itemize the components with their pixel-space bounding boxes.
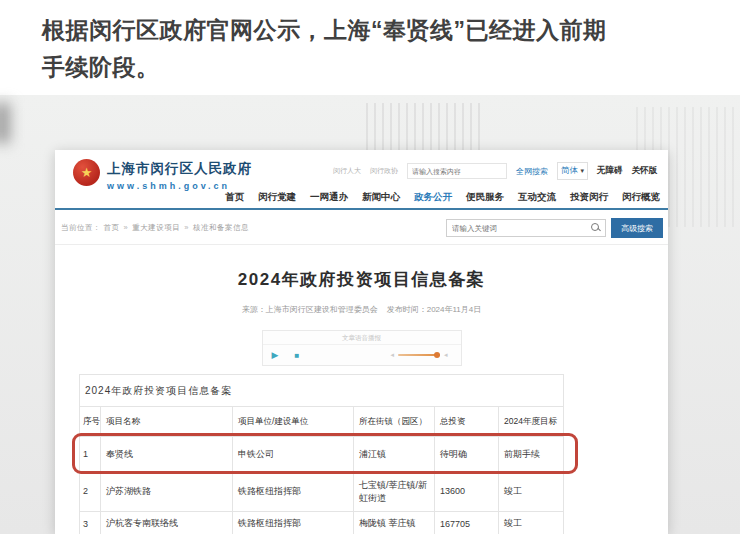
keyword-search-box [446,219,606,237]
column-header-6: 2024年度目标 [499,407,564,437]
cell: 七宝镇/莘庄镇/新虹街道 [354,472,435,512]
breadcrumb-separator: » [124,223,129,232]
caption-line-1: 根据闵行区政府官网公示，上海“奉贤线”已经进入前期 [42,12,700,49]
main-nav: 首页闵行党建一网通办新闻中心政务公开便民服务互动交流投资闵行闵行概览 [225,191,660,204]
header-utility-bar: 闵行人大 闵行政协 全网搜索 简体 ▾ 无障碍 关怀版 [333,162,657,180]
cell: 竣工 [499,472,564,512]
page-title: 2024年政府投资项目信息备案 [55,268,668,291]
nav-item-6[interactable]: 便民服务 [466,191,504,204]
cell: 浦江镇 [354,437,435,472]
nav-item-8[interactable]: 投资闵行 [570,191,608,204]
decorative-shadow [0,103,10,143]
nav-item-5[interactable]: 政务公开 [414,191,452,204]
cell: 1 [80,437,101,472]
article-meta: 来源：上海市闵行区建设和管理委员会 发布时间：2024年11月4日 [55,304,668,315]
article-body: 2024年政府投资项目信息备案 来源：上海市闵行区建设和管理委员会 发布时间：2… [55,245,668,534]
stop-icon[interactable]: ■ [294,351,299,360]
site-search-input[interactable] [408,168,502,175]
volume-slider-knob[interactable] [434,352,440,358]
care-version-link[interactable]: 关怀版 [631,165,657,177]
cell: 待明确 [435,437,499,472]
accessibility-link[interactable]: 无障碍 [597,165,623,177]
cell: 奉贤线 [101,437,233,472]
audio-player: 文章语音播报 ▶ ■ ◂ ◂ [262,330,462,366]
cell: 167705 [435,512,499,534]
play-icon[interactable]: ▶ [272,350,279,360]
breadcrumb-item-2[interactable]: 重大建设项目 [132,223,180,232]
caption-line-2: 手续阶段。 [42,49,700,86]
cell: 2 [80,472,101,512]
top-link-renda[interactable]: 闵行人大 [333,166,361,176]
audio-player-controls: ▶ ■ ◂ ◂ [263,345,461,365]
screenshot-region: ★ 上海市闵行区人民政府 www.shmh.gov.cn 闵行人大 闵行政协 全… [0,95,740,534]
volume-down-icon[interactable]: ◂ [390,351,394,359]
cell: 沪杭客专南联络线 [101,512,233,534]
volume-icon[interactable]: ◂ [444,351,448,359]
volume-slider[interactable] [398,354,440,356]
table-row-3: 3沪杭客专南联络线铁路枢纽指挥部梅陇镇 莘庄镇167705竣工 [80,512,564,534]
breadcrumb-separator: » [184,223,189,232]
column-header-3: 项目单位/建设单位 [233,407,354,437]
column-header-5: 总投资 [435,407,499,437]
cell: 前期手续 [499,437,564,472]
site-url: www.shmh.gov.cn [107,181,252,191]
table-row-2: 2沪苏湖铁路铁路枢纽指挥部七宝镇/莘庄镇/新虹街道13600竣工 [80,472,564,512]
table-caption: 2024年政府投资项目信息备案 [80,375,564,407]
national-emblem-icon: ★ [73,159,100,186]
article-caption: 根据闵行区政府官网公示，上海“奉贤线”已经进入前期 手续阶段。 [0,0,740,86]
projects-table-wrap: 2024年政府投资项目信息备案序号项目名称项目单位/建设单位所在街镇（园区）总投… [79,374,563,534]
advanced-search-button[interactable]: 高级搜索 [611,218,663,238]
language-label: 简体 [561,165,578,175]
site-header: ★ 上海市闵行区人民政府 www.shmh.gov.cn 闵行人大 闵行政协 全… [55,150,668,210]
nav-item-7[interactable]: 互动交流 [518,191,556,204]
site-search-box [407,163,507,179]
nav-item-2[interactable]: 闵行党建 [258,191,296,204]
column-header-2: 项目名称 [101,407,233,437]
breadcrumb-item-3[interactable]: 核准和备案信息 [193,223,249,232]
cell: 3 [80,512,101,534]
breadcrumb-item-1[interactable]: 首页 [104,223,120,232]
cell: 梅陇镇 莘庄镇 [354,512,435,534]
cell: 13600 [435,472,499,512]
gov-website-window: ★ 上海市闵行区人民政府 www.shmh.gov.cn 闵行人大 闵行政协 全… [55,150,668,534]
cell: 申铁公司 [233,437,354,472]
chevron-down-icon: ▾ [580,167,584,174]
cell: 铁路枢纽指挥部 [233,472,354,512]
article-publish-time: 发布时间：2024年11月4日 [387,304,482,315]
nav-item-1[interactable]: 首页 [225,191,244,204]
cell: 竣工 [499,512,564,534]
column-header-1: 序号 [80,407,101,437]
projects-table: 2024年政府投资项目信息备案序号项目名称项目单位/建设单位所在街镇（园区）总投… [79,374,564,534]
site-name: 上海市闵行区人民政府 [107,160,252,178]
breadcrumb-label: 当前位置： [61,223,101,232]
column-header-4: 所在街镇（园区） [354,407,435,437]
keyword-search: 高级搜索 [446,218,663,238]
article-source: 来源：上海市闵行区建设和管理委员会 [242,304,378,315]
site-search-button[interactable]: 全网搜索 [516,166,548,177]
keyword-search-input[interactable] [447,224,591,233]
cell: 铁路枢纽指挥部 [233,512,354,534]
nav-item-9[interactable]: 闵行概览 [622,191,660,204]
search-icon[interactable] [591,223,601,233]
breadcrumb: 当前位置： 首页»重大建设项目»核准和备案信息 [61,223,249,233]
nav-item-4[interactable]: 新闻中心 [362,191,400,204]
audio-player-title: 文章语音播报 [263,331,461,345]
language-select[interactable]: 简体 ▾ [557,162,588,180]
nav-item-3[interactable]: 一网通办 [310,191,348,204]
site-brand[interactable]: 上海市闵行区人民政府 www.shmh.gov.cn [107,160,252,191]
breadcrumb-bar: 当前位置： 首页»重大建设项目»核准和备案信息 高级搜索 [55,212,668,245]
table-row-1: 1奉贤线申铁公司浦江镇待明确前期手续 [80,437,564,472]
cell: 沪苏湖铁路 [101,472,233,512]
top-link-zhengxie[interactable]: 闵行政协 [370,166,398,176]
